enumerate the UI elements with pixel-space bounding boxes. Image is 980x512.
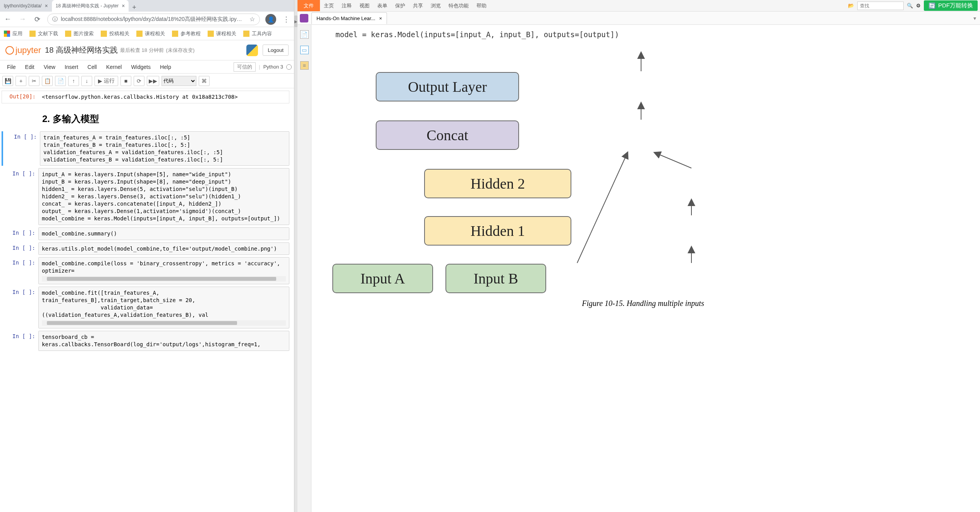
code-cell[interactable]: In [ ]: model_combine.summary() bbox=[2, 227, 289, 240]
bookmark-item[interactable]: 文献下载 bbox=[29, 30, 58, 37]
bookmark-item[interactable]: 参考教程 bbox=[172, 30, 201, 37]
bookmark-item[interactable]: 课程相关 bbox=[136, 30, 165, 37]
notebook-scroll[interactable]: Out[20]: <tensorflow.python.keras.callba… bbox=[0, 88, 294, 512]
save-button[interactable]: 💾 bbox=[2, 76, 13, 86]
browser-tabstrip: lpython/dxy2/data/ × 18 高级神经网络实践 - Jupyt… bbox=[0, 0, 294, 12]
bookmark-item[interactable]: 课程相关 bbox=[208, 30, 236, 37]
menu-file[interactable]: File bbox=[2, 62, 21, 72]
close-icon[interactable]: × bbox=[379, 15, 382, 21]
in-prompt: In [ ]: bbox=[3, 131, 40, 166]
menu-widgets[interactable]: Widgets bbox=[126, 62, 155, 72]
add-cell-button[interactable]: + bbox=[15, 76, 26, 86]
restart-button[interactable]: ⟳ bbox=[134, 76, 144, 86]
folder-icon bbox=[29, 31, 36, 37]
pdf-search-input[interactable] bbox=[857, 2, 904, 10]
model-diagram: Output Layer Concat Hidden 2 Hidden 1 In… bbox=[314, 49, 972, 297]
bookmark-item[interactable]: 投稿相关 bbox=[101, 30, 129, 37]
menu-insert[interactable]: Insert bbox=[60, 62, 83, 72]
new-doc-icon[interactable]: 📄 bbox=[300, 30, 309, 39]
pdf-convert-button[interactable]: 🔄PDF万能转换 bbox=[924, 0, 978, 11]
logout-button[interactable]: Logout bbox=[263, 45, 289, 56]
menu-help[interactable]: Help bbox=[155, 62, 176, 72]
pdf-menu-browse[interactable]: 浏览 bbox=[427, 2, 445, 9]
pane-splitter[interactable]: ▶ bbox=[294, 0, 297, 512]
notebook-title[interactable]: 18 高级神经网络实践 bbox=[45, 45, 118, 55]
python-icon bbox=[246, 45, 258, 56]
diagram-concat: Concat bbox=[376, 120, 519, 150]
pdf-menu-annotate[interactable]: 注释 bbox=[338, 2, 356, 9]
page-thumbs-icon[interactable]: ▭ bbox=[300, 46, 309, 54]
pdf-menu-home[interactable]: 主页 bbox=[320, 2, 338, 9]
code-cell[interactable]: In [ ]: tensorboard_cb = keras.callbacks… bbox=[2, 331, 289, 351]
profile-avatar[interactable]: 👤 bbox=[265, 14, 276, 25]
run-button[interactable]: ▶运行 bbox=[95, 76, 118, 86]
code-cell[interactable]: In [ ]: model_combine.fit([train_feature… bbox=[2, 287, 289, 328]
menu-kernel[interactable]: Kernel bbox=[101, 62, 126, 72]
code[interactable]: model_combine.compile(loss = 'binary_cro… bbox=[42, 260, 286, 275]
jupyter-logo[interactable]: jupyter bbox=[5, 45, 41, 55]
site-info-icon[interactable]: ⓘ bbox=[52, 16, 58, 23]
bookmark-item[interactable]: 图片搜索 bbox=[65, 30, 94, 37]
pdf-menu-features[interactable]: 特色功能 bbox=[445, 2, 473, 9]
cut-button[interactable]: ✂ bbox=[29, 76, 40, 86]
gear-icon[interactable]: ⚙ bbox=[916, 3, 921, 9]
code-cell[interactable]: In [ ]: model_combine.compile(loss = 'bi… bbox=[2, 257, 289, 284]
in-prompt: In [ ]: bbox=[2, 242, 38, 255]
pdf-tab[interactable]: Hands-On Machine Lear... × bbox=[311, 12, 387, 24]
kernel-name[interactable]: Python 3 bbox=[263, 64, 283, 70]
new-tab-button[interactable]: + bbox=[129, 3, 139, 12]
code[interactable]: tensorboard_cb = keras.callbacks.TensorB… bbox=[42, 333, 286, 348]
pdf-pane: 文件 主页 注释 视图 表单 保护 共享 浏览 特色功能 帮助 📂 🔍 ⚙ 🔄P… bbox=[297, 0, 980, 512]
trusted-indicator[interactable]: 可信的 bbox=[234, 62, 256, 72]
menu-edit[interactable]: Edit bbox=[21, 62, 39, 72]
folder-icon bbox=[65, 31, 71, 37]
code[interactable]: keras.utils.plot_model(model_combine,to_… bbox=[42, 245, 286, 253]
horizontal-scrollbar[interactable] bbox=[42, 276, 286, 282]
figure-caption: Figure 10-15. Handling multiple inputs bbox=[314, 299, 972, 308]
open-folder-icon[interactable]: 📂 bbox=[848, 3, 854, 9]
code-cell[interactable]: In [ ]: input_A = keras.layers.Input(sha… bbox=[2, 168, 289, 225]
code-cell[interactable]: In [ ]: train_features_A = train_feature… bbox=[2, 131, 289, 166]
code[interactable]: train_features_A = train_features.iloc[:… bbox=[43, 134, 286, 163]
menu-cell[interactable]: Cell bbox=[83, 62, 101, 72]
star-icon[interactable]: ☆ bbox=[249, 15, 255, 23]
pdf-menu-help[interactable]: 帮助 bbox=[473, 2, 490, 9]
code[interactable]: model_combine.summary() bbox=[42, 230, 286, 237]
close-icon[interactable]: × bbox=[45, 3, 48, 9]
pdf-file-menu[interactable]: 文件 bbox=[297, 0, 320, 11]
pdf-menu-view[interactable]: 视图 bbox=[356, 2, 373, 9]
markdown-heading[interactable]: 2. 多输入模型 bbox=[2, 106, 289, 129]
apps-shortcut[interactable]: 应用 bbox=[4, 30, 22, 37]
restart-run-all-button[interactable]: ▶▶ bbox=[147, 76, 159, 86]
code[interactable]: model_combine.fit([train_features_A, tra… bbox=[42, 289, 286, 319]
search-icon[interactable]: 🔍 bbox=[907, 3, 913, 9]
close-icon[interactable]: × bbox=[122, 3, 125, 9]
code[interactable]: input_A = keras.layers.Input(shape=[5], … bbox=[42, 171, 286, 222]
paste-button[interactable]: 📄 bbox=[55, 76, 66, 86]
pdf-menu-protect[interactable]: 保护 bbox=[391, 2, 409, 9]
copy-button[interactable]: 📋 bbox=[42, 76, 53, 86]
address-bar[interactable]: ⓘ localhost:8888/notebooks/lpython/dxy2/… bbox=[47, 14, 260, 25]
bookmark-item[interactable]: 工具内容 bbox=[243, 30, 272, 37]
pdf-page-view[interactable]: model = keras.Model(inputs=[input_A, inp… bbox=[311, 25, 980, 512]
pdf-menu-form[interactable]: 表单 bbox=[373, 2, 391, 9]
chevron-down-icon[interactable]: ▾ bbox=[973, 15, 976, 21]
move-up-button[interactable]: ↑ bbox=[68, 76, 79, 86]
menu-view[interactable]: View bbox=[39, 62, 60, 72]
chrome-menu-button[interactable]: ⋮ bbox=[282, 15, 291, 24]
pdf-home-icon[interactable] bbox=[300, 14, 308, 22]
horizontal-scrollbar[interactable] bbox=[42, 320, 286, 326]
layers-icon[interactable]: ≡ bbox=[300, 61, 309, 70]
code-cell[interactable]: In [ ]: keras.utils.plot_model(model_com… bbox=[2, 242, 289, 255]
celltype-select[interactable]: 代码 bbox=[162, 76, 196, 86]
browser-tab-1[interactable]: 18 高级神经网络实践 - Jupyter × bbox=[52, 0, 129, 12]
command-palette-button[interactable]: ⌘ bbox=[199, 76, 210, 86]
browser-tab-0[interactable]: lpython/dxy2/data/ × bbox=[0, 0, 52, 12]
move-down-button[interactable]: ↓ bbox=[81, 76, 92, 86]
pdf-menu-share[interactable]: 共享 bbox=[409, 2, 427, 9]
interrupt-button[interactable]: ■ bbox=[120, 76, 131, 86]
in-prompt: In [ ]: bbox=[2, 227, 38, 240]
back-button[interactable]: ← bbox=[3, 15, 12, 24]
reload-button[interactable]: ⟳ bbox=[33, 15, 42, 24]
forward-button[interactable]: → bbox=[18, 15, 27, 24]
